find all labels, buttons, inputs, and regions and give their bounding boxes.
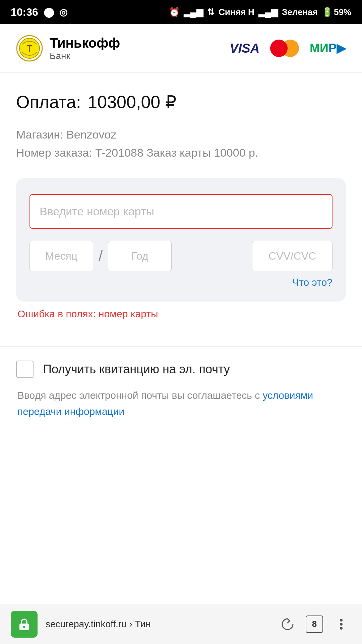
lock-icon [11,611,38,638]
card-bottom-row: / [29,241,333,271]
receipt-agree-text: Вводя адрес электронной почты вы соглаша… [16,387,346,420]
cvv-group [252,241,333,271]
bank-logo: Т Тинькофф Банк [16,35,120,62]
bottom-bar: securepay.tinkoff.ru › Тин 8 [0,604,362,644]
svg-point-4 [23,626,25,628]
order-number: T-201088 Заказ карты 10000 р. [95,146,258,159]
order-number-info: Номер заказа: T-201088 Заказ карты 10000… [16,144,346,162]
signal-icon: ▂▄▆ [184,7,203,17]
bank-name-sub: Банк [50,51,120,61]
tinkoff-logo-icon: Т [16,35,43,62]
svg-point-5 [340,619,343,622]
cvv-input[interactable] [252,241,333,271]
battery-indicator: 🔋 59% [322,7,351,17]
receipt-section: Получить квитанцию на эл. почту Вводя ад… [0,346,362,433]
mir-arrow: Р▶ [328,41,346,55]
mc-circle-left [270,40,288,57]
status-time: 10:36 [11,6,38,18]
shop-info: Магазин: Benzovoz [16,125,346,144]
date-group: / [29,241,172,271]
main-content: Оплата: 10300,00 ₽ Магазин: Benzovoz Ном… [0,73,362,346]
bank-name: Тинькофф Банк [50,36,120,61]
cvv-help-row: Что это? [29,277,333,288]
order-info: Магазин: Benzovoz Номер заказа: T-201088… [16,125,346,162]
shop-name: Benzovoz [66,128,116,141]
svg-text:Т: Т [26,43,32,54]
bank-name-main: Тинькофф [50,36,120,51]
svg-point-7 [340,627,343,630]
battery-icon: 🔋 [322,7,333,17]
carrier-name-green: Зеленая [282,7,318,17]
payment-amount-value: 10300,00 [87,92,160,112]
transfer-icon: ⇅ [207,7,215,17]
bottom-actions: 8 [278,614,351,634]
alarm-icon: ⏰ [169,7,180,17]
battery-percentage: 59% [334,7,351,17]
more-icon [334,617,349,632]
refresh-icon [280,617,295,632]
shop-label: Магазин: [16,128,63,141]
receipt-label: Получить квитанцию на эл. почту [43,362,230,376]
month-input[interactable] [29,241,93,271]
error-message: Ошибка в полях: номер карты [16,308,346,320]
status-bar: 10:36 ⬤ ◎ ⏰ ▂▄▆ ⇅ Синяя Н ▂▄▆ Зеленая 🔋 … [0,0,362,24]
date-separator: / [99,248,103,264]
carrier-name-blue: Синяя Н [219,7,254,17]
agree-text: Вводя адрес электронной почты вы соглаша… [17,390,263,401]
payment-value: 10300,00 ₽ [87,92,176,112]
payment-label: Оплата: [16,92,81,112]
status-right: ⏰ ▂▄▆ ⇅ Синяя Н ▂▄▆ Зеленая 🔋 59% [169,7,351,17]
mir-text: МИ [310,41,328,55]
order-label: Номер заказа: [16,146,92,159]
signal-icon-2: ▂▄▆ [258,7,278,17]
status-left: 10:36 ⬤ ◎ [11,6,67,18]
receipt-checkbox[interactable] [16,361,34,378]
visa-logo: VISA [230,41,259,56]
mir-logo: МИР▶ [310,41,346,55]
circle-icon: ◎ [59,7,67,18]
refresh-button[interactable] [278,614,298,634]
card-number-input[interactable] [29,194,333,229]
tabs-badge[interactable]: 8 [306,615,323,633]
currency-symbol: ₽ [165,92,176,112]
receipt-checkbox-row: Получить квитанцию на эл. почту [16,361,346,378]
payment-amount: Оплата: 10300,00 ₽ [16,92,346,112]
whatsapp-icon: ⬤ [44,7,54,18]
bottom-url: securepay.tinkoff.ru › Тин [46,619,278,630]
year-input[interactable] [108,241,172,271]
more-button[interactable] [331,614,351,634]
card-form-container: / Что это? [16,178,346,302]
svg-point-6 [340,623,343,626]
mastercard-logo [270,40,299,57]
cvv-help-link[interactable]: Что это? [292,277,333,288]
card-logos: VISA МИР▶ [230,40,346,57]
bank-header: Т Тинькофф Банк VISA МИР▶ [0,24,362,73]
